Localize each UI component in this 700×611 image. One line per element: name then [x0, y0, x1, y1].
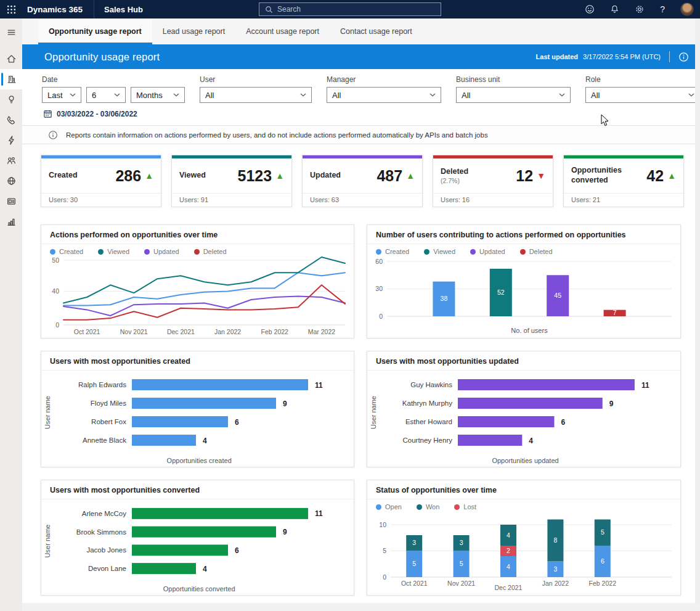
date-count-select[interactable]: 6: [86, 87, 126, 103]
filter-user: User All: [200, 75, 312, 103]
sidebar-item-globe-clock[interactable]: [0, 171, 22, 191]
legend-dot: [194, 249, 200, 255]
kpi-card-deleted: Deleted(2.7%)12▼Users: 16: [433, 155, 553, 207]
scrollbar-track[interactable]: [695, 18, 700, 611]
kpi-label: Viewed: [179, 171, 206, 181]
manager-select[interactable]: All: [327, 87, 441, 103]
topbar-actions: ?: [585, 2, 700, 16]
sidebar-item-calls-phone[interactable]: [0, 110, 22, 130]
filter-user-label: User: [200, 75, 312, 84]
info-icon[interactable]: [678, 52, 689, 62]
svg-text:4: 4: [507, 563, 510, 570]
waffle-icon[interactable]: [0, 0, 22, 18]
sidebar-item-card-view[interactable]: [0, 191, 22, 211]
date-range[interactable]: 03/03/2022 - 03/06/2022: [43, 109, 700, 125]
page-header: Opportunity usage report Last updated 3/…: [22, 44, 700, 69]
svg-text:30: 30: [375, 285, 383, 292]
svg-text:45: 45: [554, 292, 561, 299]
trend-up-icon: ▲: [275, 171, 284, 180]
svg-text:6: 6: [235, 546, 239, 555]
info-icon: [48, 130, 58, 140]
svg-text:5: 5: [383, 547, 386, 554]
user-select[interactable]: All: [200, 87, 312, 103]
date-unit-select[interactable]: Months: [131, 87, 185, 103]
legend-dot: [144, 249, 150, 255]
sidebar: [0, 18, 22, 611]
svg-text:0: 0: [379, 313, 383, 320]
sidebar-item-actions-bolt[interactable]: [0, 130, 22, 150]
chart-legend: OpenWonLost: [367, 499, 680, 511]
kpi-sublabel: (2.7%): [441, 177, 468, 184]
kpi-label: Deleted: [441, 167, 468, 177]
sidebar-item-people-group[interactable]: [0, 150, 22, 171]
role-select[interactable]: All: [585, 87, 700, 103]
tab-lead-usage-report[interactable]: Lead usage report: [152, 18, 235, 44]
svg-text:Oct 2021: Oct 2021: [401, 580, 428, 587]
kpi-row: Created286▲Users: 30Viewed5123▲Users: 91…: [41, 155, 700, 207]
svg-text:3: 3: [460, 539, 463, 546]
sidebar-item-insights-bulb[interactable]: [0, 89, 22, 110]
svg-text:Nov 2021: Nov 2021: [447, 580, 475, 587]
legend-deleted: Deleted: [520, 248, 553, 255]
filter-manager-label: Manager: [327, 75, 441, 84]
kpi-card-updated: Updated487▲Users: 63: [302, 155, 423, 207]
sidebar-item-home[interactable]: [0, 49, 22, 69]
card-view-icon: [6, 196, 17, 207]
gear-icon[interactable]: [635, 4, 645, 14]
search-box[interactable]: Search: [259, 2, 441, 16]
last-updated-value: 3/17/2022 5:54 PM (UTC): [583, 53, 661, 60]
svg-text:User name: User name: [370, 396, 377, 429]
svg-text:0: 0: [383, 573, 386, 581]
legend-dot: [417, 504, 422, 510]
chart-title: Users with most opportunities converted: [41, 480, 354, 499]
top-updated-chart: Guy Hawkins11Kathryn Murphy9Esther Howar…: [367, 371, 680, 467]
sidebar-item-analytics-chart[interactable]: [0, 211, 22, 232]
last-updated-label: Last updated: [536, 53, 578, 60]
chevron-down-icon: [429, 93, 436, 97]
avatar[interactable]: [680, 2, 694, 16]
svg-text:User name: User name: [44, 396, 51, 429]
kpi-label: Created: [49, 171, 78, 181]
sidebar-item-org-building[interactable]: [0, 69, 22, 89]
date-mode-select[interactable]: Last: [42, 87, 81, 103]
actions-over-time-chart: 04050Oct 2021Nov 2021Dec 2021Jan 2022Feb…: [41, 255, 354, 337]
kpi-card-viewed: Viewed5123▲Users: 91: [171, 155, 292, 207]
legend-lost: Lost: [454, 503, 476, 511]
legend-updated: Updated: [470, 248, 505, 255]
top-converted-card: Users with most opportunities converted …: [41, 480, 354, 596]
sidebar-item-menu[interactable]: [0, 22, 22, 43]
business-unit-select[interactable]: All: [456, 87, 571, 103]
svg-text:Jan 2022: Jan 2022: [542, 580, 569, 587]
svg-text:5: 5: [601, 528, 604, 536]
tab-opportunity-usage-report[interactable]: Opportunity usage report: [38, 18, 152, 44]
analytics-chart-icon: [6, 216, 17, 227]
brand-title[interactable]: Dynamics 365: [22, 5, 94, 14]
svg-text:3: 3: [412, 539, 416, 546]
trend-up-icon: ▲: [406, 171, 415, 180]
svg-text:11: 11: [641, 381, 649, 390]
svg-text:Esther Howard: Esther Howard: [405, 418, 452, 425]
svg-text:Annette Black: Annette Black: [83, 437, 126, 444]
app-root: Dynamics 365 Sales Hub Search ? Oppor: [0, 0, 700, 611]
svg-text:Courtney Henry: Courtney Henry: [402, 437, 452, 444]
smiley-icon[interactable]: [585, 4, 595, 14]
tab-contact-usage-report[interactable]: Contact usage report: [330, 18, 423, 44]
bottom-edge: [0, 603, 700, 611]
help-icon[interactable]: ?: [660, 4, 665, 14]
kpi-label: Opportunities converted: [571, 166, 633, 185]
svg-text:40: 40: [52, 287, 59, 295]
legend-created: Created: [50, 248, 83, 255]
globe-clock-icon: [6, 176, 17, 186]
tab-account-usage-report[interactable]: Account usage report: [235, 18, 330, 44]
svg-text:Opportunities converted: Opportunities converted: [163, 585, 235, 593]
chart-title: Users with most opportunities created: [41, 351, 354, 371]
chevron-down-icon: [688, 93, 694, 97]
app-name[interactable]: Sales Hub: [94, 5, 153, 14]
filter-manager: Manager All: [327, 75, 441, 103]
kpi-label: Updated: [310, 171, 341, 181]
bell-icon[interactable]: [610, 4, 619, 14]
svg-text:Ralph Edwards: Ralph Edwards: [78, 381, 126, 388]
svg-text:9: 9: [283, 528, 287, 536]
filter-date-label: Date: [42, 75, 185, 84]
svg-text:38: 38: [441, 295, 448, 302]
